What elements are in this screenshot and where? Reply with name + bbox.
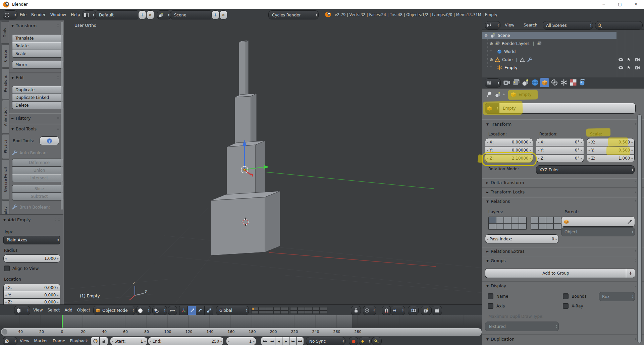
viewport-menu-view[interactable]: View: [31, 306, 45, 314]
display-bounds-checkbox[interactable]: [563, 293, 569, 299]
auto-keyframe-toggle[interactable]: ●: [349, 337, 358, 345]
manipulator-translate-toggle[interactable]: [187, 306, 197, 315]
viewport-3d[interactable]: User Ortho: [64, 20, 482, 304]
viewport-menu-add[interactable]: Add: [62, 306, 75, 314]
pivot-point-dropdown[interactable]: ▴▾: [152, 306, 167, 315]
menu-file[interactable]: File: [17, 10, 29, 19]
pin-icon[interactable]: [486, 91, 492, 98]
mode-dropdown[interactable]: Object Mode ▴▾: [93, 306, 136, 315]
shelf-tab-animation[interactable]: Animation: [2, 100, 9, 133]
panel-grip[interactable]: [55, 76, 61, 79]
object-id-icon-segment[interactable]: ▴▾: [485, 103, 499, 113]
shelf-tab-tools[interactable]: Tools: [1, 21, 9, 44]
add-to-group-button[interactable]: Add to Group: [485, 268, 627, 278]
snap-element-dropdown[interactable]: ▴▾: [390, 306, 405, 315]
close-button[interactable]: ✕: [628, 0, 644, 9]
manipulator-axes-toggle[interactable]: [179, 306, 188, 315]
viewport-editor-selector[interactable]: ▴▾: [14, 306, 30, 315]
parent-field[interactable]: [561, 217, 635, 227]
object-layers-grid1[interactable]: [488, 217, 527, 230]
layers-widget-group1[interactable]: [251, 307, 288, 314]
opengl-render-button[interactable]: [421, 306, 431, 315]
eyedropper-icon[interactable]: [627, 219, 632, 224]
prop-location-x[interactable]: ◂X:0.00000▸: [485, 138, 533, 146]
screen-layout-name[interactable]: Default: [96, 10, 138, 19]
delete-layout-button[interactable]: ✕: [146, 10, 154, 19]
panel-grip[interactable]: [55, 24, 61, 27]
layers-widget-group2[interactable]: [290, 307, 327, 314]
maximize-button[interactable]: ▢: [612, 0, 628, 9]
mirror-button[interactable]: Mirror: [12, 61, 63, 69]
empty-renderable-camera-icon[interactable]: [635, 65, 640, 70]
snap-toggle[interactable]: [382, 306, 391, 315]
keying-set-dropdown[interactable]: ◆ ▴▾: [359, 337, 372, 345]
display-name-checkbox[interactable]: [488, 293, 493, 299]
ruler-end-knob[interactable]: [2, 329, 7, 335]
tab-texture[interactable]: [570, 79, 577, 87]
panel-header-duplication[interactable]: ▼Duplication: [486, 337, 641, 342]
current-frame-indicator[interactable]: [62, 315, 63, 328]
shelf-tab-physics[interactable]: Physics: [2, 134, 9, 159]
expand-icon[interactable]: ⊕: [490, 57, 493, 62]
next-keyframe-button[interactable]: ▶▶: [289, 337, 297, 345]
jump-to-start-button[interactable]: ▮◀◀: [261, 337, 269, 345]
panel-header-relations-extras[interactable]: ►Relations Extras: [486, 249, 641, 254]
panel-header-transform-props[interactable]: ▼Transform: [486, 122, 641, 127]
prop-scale-y[interactable]: ◂Y:0.500▸: [587, 146, 635, 154]
insert-keyframe-button[interactable]: [372, 337, 382, 345]
timeline-ruler[interactable]: -40 -20 0 20 40 60 80 100 120 140 160 18…: [1, 328, 482, 336]
use-preview-range-toggle[interactable]: [91, 337, 100, 345]
display-axis-checkbox[interactable]: [488, 303, 493, 309]
shelf-scrollbar[interactable]: [61, 22, 63, 210]
menu-help[interactable]: Help: [68, 10, 82, 19]
panel-header-edit[interactable]: ▼Edit: [11, 75, 61, 80]
opengl-render-anim-button[interactable]: [431, 306, 442, 315]
manipulator-rotate-toggle[interactable]: [196, 306, 205, 315]
collapse-icon[interactable]: ⊖: [484, 33, 488, 38]
prop-rotation-y[interactable]: ◂Y:0°▸: [536, 146, 584, 154]
shelf-tab-grease-pencil[interactable]: Grease Pencil: [2, 160, 9, 200]
panel-grip[interactable]: [55, 127, 61, 130]
outliner-menu-search[interactable]: Search: [521, 21, 540, 30]
tab-object-data[interactable]: [560, 79, 568, 87]
panel-header-transform[interactable]: ▼Transform: [11, 23, 61, 28]
frame-end-field[interactable]: ◂End:250▸: [148, 337, 224, 345]
tab-world[interactable]: [531, 79, 539, 87]
breadcrumb-object-name[interactable]: Empty: [519, 92, 532, 97]
add-scene-button[interactable]: ✛: [211, 10, 219, 19]
location-y-field[interactable]: ◂Y:0.000▸: [3, 291, 60, 299]
boolean-intersect-button[interactable]: Intersect: [12, 174, 63, 182]
object-name-field[interactable]: Empty: [499, 103, 635, 113]
viewport-menu-select[interactable]: Select: [45, 306, 62, 314]
properties-editor-selector[interactable]: ▴▾: [485, 78, 501, 88]
tab-physics[interactable]: [579, 79, 586, 87]
scene-name-field[interactable]: Scene: [171, 10, 211, 19]
cube-selectable-cursor-icon[interactable]: [627, 57, 631, 62]
prop-scale-x[interactable]: ◂X:0.500▸: [587, 138, 635, 146]
duplicate-linked-button[interactable]: Duplicate Linked: [12, 94, 63, 102]
breadcrumb-cube-icon[interactable]: [511, 92, 516, 98]
timeline-editor-selector[interactable]: ▴▾: [3, 337, 17, 345]
delete-button[interactable]: Delete: [12, 101, 63, 109]
timeline-menu-frame[interactable]: Frame: [50, 337, 67, 345]
panel-header-add-empty[interactable]: ▼Add Empty: [3, 217, 61, 222]
delete-scene-button[interactable]: ✕: [219, 10, 227, 19]
transform-orientation-dropdown[interactable]: Global ▴▾: [216, 306, 249, 315]
screen-layout-icon-button[interactable]: ▴▾: [83, 10, 96, 19]
editor-type-selector[interactable]: i ▴▾: [3, 10, 17, 19]
align-to-view-checkbox[interactable]: [4, 266, 10, 271]
frame-start-field[interactable]: ◂Start:1▸: [110, 337, 148, 345]
outliner-row-scene[interactable]: ⊖ Scene: [482, 32, 616, 39]
outliner-search-field[interactable]: [595, 21, 643, 30]
bounds-type-dropdown[interactable]: Box ▴▾: [599, 292, 635, 301]
viewport-shading-dropdown[interactable]: ▴▾: [136, 306, 151, 315]
empty-selectable-cursor-icon[interactable]: [627, 65, 631, 70]
viewport-menu-object[interactable]: Object: [75, 306, 93, 314]
tab-constraints[interactable]: [551, 79, 558, 87]
outliner-menu-view[interactable]: View: [502, 21, 517, 30]
shelf-tab-create[interactable]: Create: [2, 44, 9, 68]
rotation-mode-dropdown[interactable]: XYZ Euler ▴▾: [536, 165, 635, 174]
pivot-align-toggle[interactable]: ⟷: [168, 306, 177, 315]
jump-to-end-button[interactable]: ▶▶▮: [296, 337, 304, 345]
panel-header-groups[interactable]: ▼Groups: [486, 258, 641, 263]
